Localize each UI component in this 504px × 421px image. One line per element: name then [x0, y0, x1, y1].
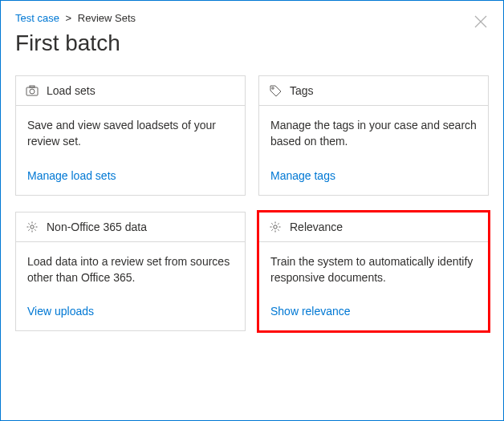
breadcrumb-current: Review Sets [78, 12, 136, 24]
card-title: Relevance [290, 221, 343, 233]
card-header: Load sets [16, 76, 245, 106]
card-body: Load data into a review set from sources… [16, 242, 245, 331]
card-relevance: Relevance Train the system to automatica… [258, 212, 489, 332]
svg-point-3 [30, 89, 35, 94]
card-header: Relevance [259, 213, 488, 242]
card-body: Manage the tags in your case and search … [259, 106, 488, 195]
svg-point-5 [272, 87, 274, 89]
manage-load-sets-link[interactable]: Manage load sets [27, 169, 234, 182]
close-icon [473, 14, 489, 30]
card-body: Save and view saved loadsets of your rev… [16, 106, 245, 195]
card-tags: Tags Manage the tags in your case and se… [258, 75, 489, 196]
show-relevance-link[interactable]: Show relevance [270, 305, 477, 318]
card-header: Non-Office 365 data [16, 213, 245, 242]
card-non-office-data: Non-Office 365 data Load data into a rev… [15, 212, 246, 332]
card-body: Train the system to automatically identi… [259, 242, 488, 331]
card-description: Manage the tags in your case and search … [270, 117, 477, 150]
view-uploads-link[interactable]: View uploads [27, 305, 234, 318]
card-grid: Load sets Save and view saved loadsets o… [15, 75, 489, 331]
manage-tags-link[interactable]: Manage tags [270, 169, 477, 182]
gear-icon [269, 221, 282, 233]
breadcrumb: Test case > Review Sets [15, 12, 489, 24]
gear-icon [26, 221, 39, 233]
card-title: Non-Office 365 data [47, 221, 147, 233]
breadcrumb-separator: > [66, 12, 72, 24]
card-description: Load data into a review set from sources… [27, 253, 234, 286]
card-title: Load sets [47, 84, 96, 97]
card-title: Tags [290, 84, 314, 97]
review-set-panel: Test case > Review Sets First batch Load… [0, 0, 504, 421]
card-description: Save and view saved loadsets of your rev… [27, 117, 234, 150]
card-description: Train the system to automatically identi… [270, 253, 477, 286]
svg-point-7 [274, 225, 277, 228]
breadcrumb-root-link[interactable]: Test case [15, 12, 59, 24]
card-load-sets: Load sets Save and view saved loadsets o… [15, 75, 246, 196]
page-title: First batch [15, 30, 489, 56]
camera-icon [26, 84, 39, 97]
card-header: Tags [259, 76, 488, 106]
svg-point-6 [30, 225, 34, 228]
tag-icon [269, 84, 282, 97]
close-button[interactable] [473, 14, 489, 30]
svg-rect-4 [30, 86, 35, 87]
